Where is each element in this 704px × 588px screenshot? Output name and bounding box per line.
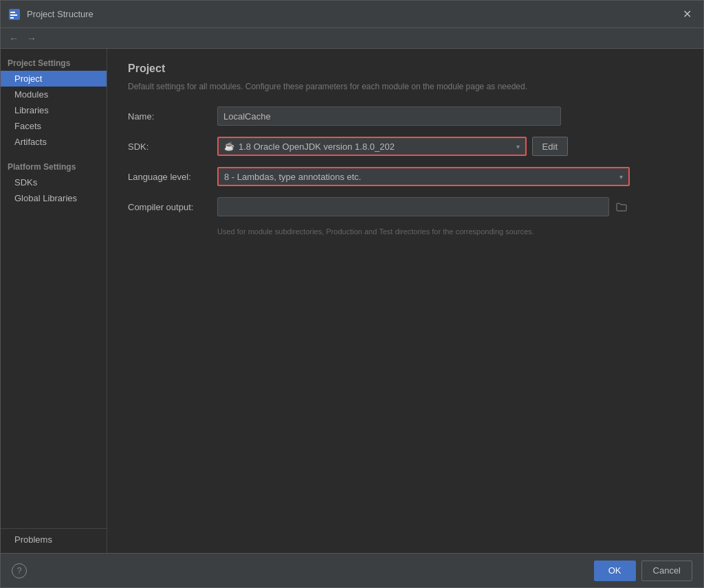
name-row: Name: (128, 106, 683, 126)
compiler-hint: Used for module subdirectories, Producti… (128, 227, 683, 236)
edit-button[interactable]: Edit (532, 137, 568, 156)
sidebar-item-sdks[interactable]: SDKs (1, 174, 107, 190)
svg-rect-3 (10, 17, 14, 19)
name-control (217, 106, 561, 126)
content-area: Project Default settings for all modules… (107, 49, 703, 553)
language-level-value: 8 - Lambdas, type annotations etc. (224, 172, 619, 182)
compiler-output-input[interactable] (217, 197, 609, 216)
name-input[interactable] (217, 106, 561, 126)
name-label: Name: (128, 111, 217, 122)
dialog-title: Project Structure (27, 9, 677, 19)
sdk-row: SDK: ☕ 1.8 Oracle OpenJDK version 1.8.0_… (128, 137, 683, 156)
svg-rect-1 (10, 12, 15, 13)
cancel-button[interactable]: Cancel (641, 561, 692, 581)
ok-button[interactable]: OK (594, 561, 636, 581)
section-desc: Default settings for all modules. Config… (128, 80, 683, 93)
back-button[interactable]: ← (6, 31, 21, 46)
help-button[interactable]: ? (12, 563, 27, 578)
app-icon (8, 8, 21, 21)
sidebar-item-libraries[interactable]: Libraries (1, 102, 107, 118)
sdk-dropdown-arrow: ▾ (516, 143, 520, 150)
sdk-dropdown[interactable]: ☕ 1.8 Oracle OpenJDK version 1.8.0_202 ▾ (217, 137, 527, 156)
svg-rect-2 (10, 14, 17, 16)
sidebar-item-artifacts[interactable]: Artifacts (1, 134, 107, 150)
close-button[interactable]: ✕ (677, 5, 696, 24)
section-title: Project (128, 63, 683, 75)
sidebar-item-project[interactable]: Project (1, 71, 107, 87)
bottom-right: OK Cancel (594, 561, 692, 581)
main-content: Project Settings Project Modules Librari… (1, 49, 703, 553)
bottom-bar: ? OK Cancel (1, 553, 703, 587)
sdk-value: 1.8 Oracle OpenJDK version 1.8.0_202 (239, 142, 514, 152)
sidebar-item-global-libraries[interactable]: Global Libraries (1, 190, 107, 206)
project-settings-label: Project Settings (1, 54, 107, 71)
project-structure-dialog: Project Structure ✕ ← → Project Settings… (0, 0, 704, 588)
nav-bar: ← → (1, 28, 703, 49)
sidebar: Project Settings Project Modules Librari… (1, 49, 107, 553)
compiler-output-row: Compiler output: (128, 197, 683, 216)
sidebar-item-facets[interactable]: Facets (1, 118, 107, 134)
forward-button[interactable]: → (24, 31, 39, 46)
sdk-icon: ☕ (224, 142, 234, 151)
platform-settings-label: Platform Settings (1, 158, 107, 174)
folder-button[interactable] (613, 199, 630, 215)
compiler-output-label: Compiler output: (128, 202, 217, 212)
sidebar-item-modules[interactable]: Modules (1, 87, 107, 102)
language-level-dropdown[interactable]: 8 - Lambdas, type annotations etc. ▾ (217, 167, 630, 186)
language-level-label: Language level: (128, 172, 217, 182)
sdk-label: SDK: (128, 142, 217, 152)
sidebar-item-problems[interactable]: Problems (1, 532, 107, 547)
language-level-arrow: ▾ (619, 173, 623, 181)
language-level-row: Language level: 8 - Lambdas, type annota… (128, 167, 683, 186)
title-bar: Project Structure ✕ (1, 1, 703, 28)
